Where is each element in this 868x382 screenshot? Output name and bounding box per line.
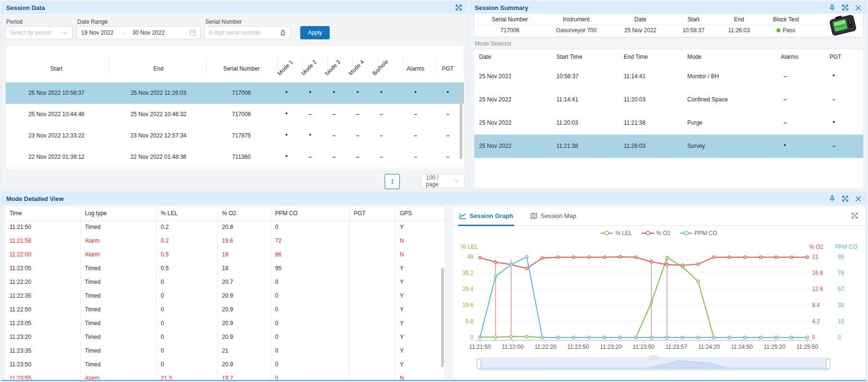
svg-text:19.6: 19.6 (462, 302, 474, 309)
mode-row[interactable]: 25 Nov 202210:58:3711:14:41Monitor / BH–… (474, 65, 863, 89)
log-row[interactable]: 11:21:50Timed0.220.80Y (5, 220, 445, 235)
svg-text:11:22:20: 11:22:20 (535, 344, 556, 350)
apply-button[interactable]: Apply (300, 26, 330, 39)
flag-cell: – (446, 154, 450, 160)
legend-item[interactable]: PPM CO (680, 230, 717, 236)
zoom-handle-right[interactable] (826, 359, 830, 369)
mode-row[interactable]: 25 Nov 202211:20:0311:21:38Purge–● (474, 111, 863, 135)
log-o2: 20.9 (222, 334, 233, 340)
log-time: 11:21:50 (9, 224, 31, 230)
flag-cell: – (446, 132, 450, 139)
log-log: Alarm (85, 375, 100, 381)
log-log: Timed (85, 292, 101, 299)
date-range-input[interactable]: 19 Nov 2022 → 30 Nov 2022 (76, 26, 201, 39)
zoom-brush[interactable] (479, 358, 828, 370)
log-row[interactable]: 11:23:50Timed020.90Y (5, 358, 445, 372)
serial-number-input[interactable]: 6 digit serial number (204, 26, 291, 39)
pin-icon[interactable] (829, 195, 836, 202)
mode-end-time: 11:20:03 (624, 96, 646, 103)
expand-icon[interactable] (841, 195, 849, 202)
legend-label: PPM CO (695, 230, 717, 236)
mode-name: Monitor / BH (687, 73, 719, 80)
log-o2: 20.9 (222, 320, 233, 327)
log-row[interactable]: 11:22:35Timed020.90Y (5, 289, 445, 303)
session-row[interactable]: 25 Nov 2022 10:44:4625 Nov 2022 10:46:32… (6, 104, 464, 126)
session-summary-panel: Session Summary Serial NumberInstrumentD… (470, 1, 867, 191)
log-log: Alarm (85, 237, 100, 244)
svg-text:49: 49 (467, 254, 474, 260)
session-row[interactable]: 23 Nov 2022 12:33:2223 Nov 2022 12:57:34… (6, 125, 464, 147)
svg-text:11:22:50: 11:22:50 (567, 344, 589, 350)
log-row[interactable]: 11:22:05Timed0.51895Y (5, 262, 445, 276)
column-header: Start (50, 65, 62, 72)
column-header-rotated: Barhole (371, 58, 389, 77)
log-row[interactable]: 11:23:55Alarm21.319.70N (5, 372, 445, 380)
mode-date: 25 Nov 2022 (479, 143, 511, 149)
log-lel: 0 (161, 361, 164, 368)
log-row[interactable]: 11:21:58Alarm0.219.672N (5, 234, 445, 248)
expand-icon[interactable] (851, 212, 859, 219)
summary-value: Pass (776, 27, 795, 34)
flag-cell: – (380, 154, 383, 160)
mode-name: Survey (687, 143, 705, 149)
column-header: Mode (687, 54, 702, 60)
column-header: Alarms (406, 65, 424, 72)
mode-start-time: 11:14:41 (556, 96, 578, 103)
tab-label: Session Graph (470, 212, 513, 219)
session-serial: 717006 (232, 111, 251, 118)
session-table-header: StartEndSerial NumberMode 1Mode 2Mode 3M… (6, 45, 464, 83)
session-end: 25 Nov 2022 11:26:03 (130, 90, 186, 96)
log-lel: 21.3 (161, 375, 172, 381)
column-separator (277, 58, 277, 74)
tab-session-map[interactable]: Session Map (530, 206, 576, 225)
log-lel: 0 (161, 334, 164, 340)
log-row[interactable]: 11:23:05Timed020.90Y (5, 317, 445, 331)
period-select[interactable]: Select by period (5, 26, 73, 39)
session-row[interactable]: 22 Nov 2022 01:39:1222 Nov 2022 01:48:36… (6, 146, 464, 168)
summary-header: Block Test (773, 16, 799, 23)
scrollbar[interactable] (441, 268, 444, 367)
svg-text:0: 0 (838, 334, 841, 341)
pin-icon[interactable] (829, 4, 836, 11)
log-gps: Y (400, 320, 404, 327)
svg-text:% LEL: % LEL (461, 244, 478, 250)
legend-item[interactable]: % O2 (642, 230, 671, 236)
column-header: GPS (400, 210, 412, 217)
log-row[interactable]: 11:23:35Timed0210Y (5, 344, 445, 358)
flag-cell: – (332, 111, 336, 118)
legend-item[interactable]: % LEL (600, 230, 632, 236)
mode-row[interactable]: 25 Nov 202211:21:3811:26:03Survey●– (474, 135, 863, 158)
svg-text:PPM CO: PPM CO (835, 244, 857, 250)
pagination-page-button[interactable]: 1 (385, 174, 400, 189)
session-row[interactable]: 25 Nov 2022 10:58:3725 Nov 2022 11:26:03… (6, 82, 464, 104)
flag-cell: – (356, 111, 360, 118)
close-icon[interactable] (855, 4, 862, 11)
expand-icon[interactable] (455, 4, 462, 11)
tab-session-graph[interactable]: Session Graph (459, 206, 513, 225)
log-gps: Y (400, 224, 404, 230)
log-gps: Y (400, 279, 404, 285)
column-separator (302, 58, 303, 74)
column-separator (270, 206, 271, 380)
zoom-handle-left[interactable] (477, 359, 481, 369)
log-co: 0 (275, 361, 278, 368)
zoom-grip[interactable] (649, 356, 658, 359)
svg-text:4.2: 4.2 (812, 318, 820, 325)
log-co: 0 (275, 292, 278, 299)
mode-row[interactable]: 25 Nov 202211:14:4111:20:03Confined Spac… (474, 88, 863, 112)
log-co: 0 (275, 334, 278, 340)
svg-text:0: 0 (470, 334, 473, 341)
column-header: % O2 (222, 210, 236, 217)
scrollbar[interactable] (460, 84, 462, 159)
page-size-select[interactable]: 100 / page (421, 174, 464, 188)
close-icon[interactable] (855, 195, 862, 202)
expand-icon[interactable] (841, 4, 849, 11)
log-co: 0 (275, 224, 278, 230)
mode-date: 25 Nov 2022 (479, 119, 511, 126)
serial-placeholder: 6 digit serial number (209, 29, 260, 36)
mode-detailed-panel-header: Mode Detailed View (1, 192, 867, 205)
log-row[interactable]: 11:22:20Timed020.70Y (5, 275, 445, 290)
log-row[interactable]: 11:22:00Alarm0.51986N (5, 248, 445, 262)
log-row[interactable]: 11:23:20Timed020.90Y (5, 330, 445, 345)
log-row[interactable]: 11:22:50Timed020.90Y (5, 303, 445, 317)
